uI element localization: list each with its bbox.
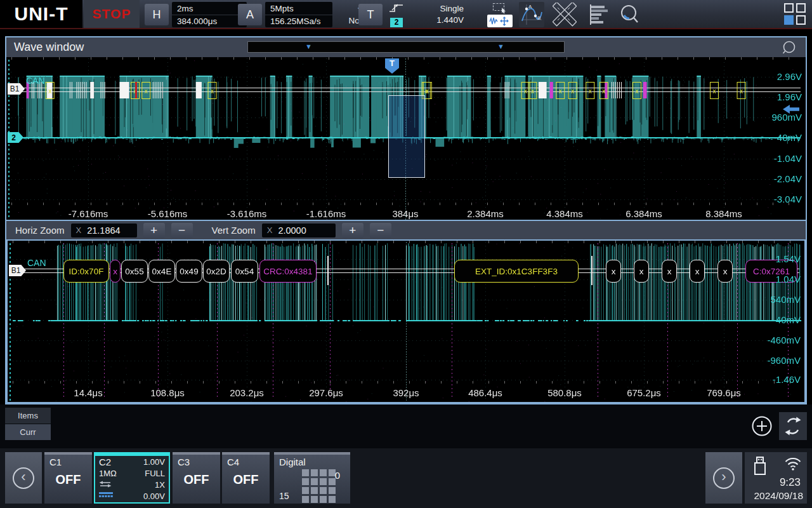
channel3-name: C3 <box>173 455 220 467</box>
horizontal-group[interactable]: H 2ms 384.000μs <box>145 2 247 27</box>
zoom-out-icon[interactable] <box>782 40 798 58</box>
time-label: -7.616ms <box>60 208 117 219</box>
chevron-left-icon: ‹ <box>13 467 34 489</box>
status-card[interactable]: 9:23 2024/09/18 <box>745 452 807 504</box>
tab-curr[interactable]: Curr <box>5 424 51 440</box>
channel2-name: C2 <box>99 457 111 467</box>
acquire-values[interactable]: 5Mpts 156.25MSa/s <box>265 2 332 27</box>
coupling-icon <box>99 480 112 490</box>
channel4-card[interactable]: C4 OFF <box>222 452 270 504</box>
channel1-card[interactable]: C1 OFF <box>44 452 92 504</box>
channel-bar: ‹ C1 OFF C21.00V 1MΩFULL 1X 0.00V <box>0 448 812 508</box>
time-label: 392μs <box>377 387 435 398</box>
sample-rate-value: 156.25MSa/s <box>265 15 332 27</box>
decode-field: EXT_ID:0x1C3FF3F3 <box>454 260 579 283</box>
wave-window-panel: Wave window ▼ ▼ B1 CAN 2 T 2.96V1.96V960… <box>5 36 807 404</box>
time-label: 108.8μs <box>139 387 196 398</box>
vert-zoom-plus-button[interactable]: + <box>342 223 363 238</box>
horiz-zoom-value: 21.1864 <box>87 225 120 236</box>
time-label: -5.616ms <box>139 208 196 219</box>
decode-field: x <box>634 260 649 283</box>
decode-field: 0x4E <box>148 260 175 283</box>
trigger-source-badge[interactable]: 2 <box>390 18 403 27</box>
voltage-label: 960mV <box>771 112 802 123</box>
time-label: 6.384ms <box>615 208 672 219</box>
probe-type-icon <box>99 491 113 501</box>
wifi-icon <box>784 457 802 473</box>
measure-icon[interactable] <box>552 2 577 27</box>
horiz-zoom-plus-button[interactable]: + <box>143 223 165 238</box>
decode-field: x <box>717 260 733 283</box>
refresh-button[interactable] <box>779 412 807 440</box>
cursor-ab-icon[interactable]: A B <box>519 2 544 27</box>
decode-result-bar: Items Curr <box>0 404 812 448</box>
horizontal-values[interactable]: 2ms 384.000μs <box>172 2 247 27</box>
nav-right-button[interactable]: › <box>705 452 742 504</box>
search-icon[interactable] <box>617 2 643 27</box>
voltage-label: -1.46V <box>773 374 801 385</box>
zoom-selection-rect[interactable] <box>388 95 425 178</box>
histogram-icon[interactable] <box>585 2 610 27</box>
horiz-zoom-input[interactable]: X 21.1864 <box>71 224 137 237</box>
time-label: 675.2μs <box>615 387 672 398</box>
channel1-state: OFF <box>44 472 92 487</box>
main-waveform-area[interactable]: B1 CAN 2 T 2.96V1.96V960mV-40mV-1.04V-2.… <box>6 57 806 220</box>
trigger-group[interactable]: T 2 Single 1.440V <box>358 2 464 27</box>
decode-field: x <box>606 260 621 283</box>
bus-protocol-label: CAN <box>26 76 45 86</box>
time-label: 8.384ms <box>695 208 752 219</box>
decode-field: x <box>662 260 677 283</box>
digital-channel-grid <box>302 469 336 503</box>
voltage-label: 540mV <box>770 294 801 305</box>
brand-logo: UNI-T <box>0 0 82 28</box>
time-label: 384μs <box>377 208 434 219</box>
vert-zoom-minus-button[interactable]: − <box>370 223 391 238</box>
voltage-label: -40mV <box>774 132 802 143</box>
channel2-impedance: 1MΩ <box>99 469 117 478</box>
decode-field: CRC:0x4381 <box>259 260 317 283</box>
voltage-label: 1.54V <box>776 253 801 264</box>
memory-depth-value: 5Mpts <box>265 3 332 15</box>
channel2-bandwidth: FULL <box>145 469 165 478</box>
time-label: 769.6μs <box>695 387 752 398</box>
channel2-card[interactable]: C21.00V 1MΩFULL 1X 0.00V <box>94 452 170 504</box>
wave-drag-tool-icon[interactable] <box>487 15 513 27</box>
decode-field: x <box>690 260 705 283</box>
horiz-zoom-label: Horiz Zoom <box>15 225 65 236</box>
time-label: 14.4μs <box>60 387 117 398</box>
top-toolbar: UNI-T STOP H 2ms 384.000μs A 5Mpts 156.2… <box>0 0 812 29</box>
voltage-label: -460mV <box>767 335 801 345</box>
status-date: 2024/09/18 <box>754 490 803 502</box>
vert-zoom-label: Vert Zoom <box>212 225 256 236</box>
decode-field: ID:0x70F <box>63 260 109 283</box>
acquire-key[interactable]: A <box>238 4 262 25</box>
time-label: -1.616ms <box>298 208 355 219</box>
voltage-label: 1.04V <box>776 274 801 284</box>
voltage-label: -3.04V <box>774 194 802 204</box>
digital-card[interactable]: Digital 0 15 <box>274 452 350 504</box>
nav-left-button[interactable]: ‹ <box>5 452 42 504</box>
time-label: 486.4μs <box>457 387 514 398</box>
zoom-controls-bar: Horiz Zoom X 21.1864 + − Vert Zoom X 2.0… <box>6 220 806 239</box>
vert-zoom-input[interactable]: X 2.0000 <box>262 224 336 237</box>
zoom-waveform-area[interactable]: B1 CAN ID:0x70Fx0x550x4E0x490x2D0x54CRC:… <box>6 239 806 403</box>
trigger-key[interactable]: T <box>358 4 383 25</box>
window-layout-icon[interactable] <box>784 3 807 26</box>
split-marker-right-icon[interactable]: ▼ <box>497 43 504 50</box>
channel4-name: C4 <box>222 455 270 467</box>
horizontal-key[interactable]: H <box>145 4 169 25</box>
time-label: 580.8μs <box>536 387 593 398</box>
time-label: 203.2μs <box>218 387 275 398</box>
digital-value-bottom: 15 <box>279 491 289 501</box>
digital-value-top: 0 <box>335 470 340 481</box>
horiz-zoom-minus-button[interactable]: − <box>171 223 193 238</box>
split-marker-left-icon[interactable]: ▼ <box>305 43 312 50</box>
selection-tool-icon[interactable] <box>487 2 513 14</box>
tab-items[interactable]: Items <box>5 408 51 424</box>
acquire-group[interactable]: A 5Mpts 156.25MSa/s Normal <box>238 2 376 27</box>
channel3-card[interactable]: C3 OFF <box>173 452 220 504</box>
run-stop-button[interactable]: STOP <box>84 0 140 28</box>
bus-protocol-label-zoom: CAN <box>27 258 46 268</box>
add-result-button[interactable] <box>751 415 773 437</box>
window-split-strip[interactable]: ▼ ▼ <box>247 41 565 53</box>
